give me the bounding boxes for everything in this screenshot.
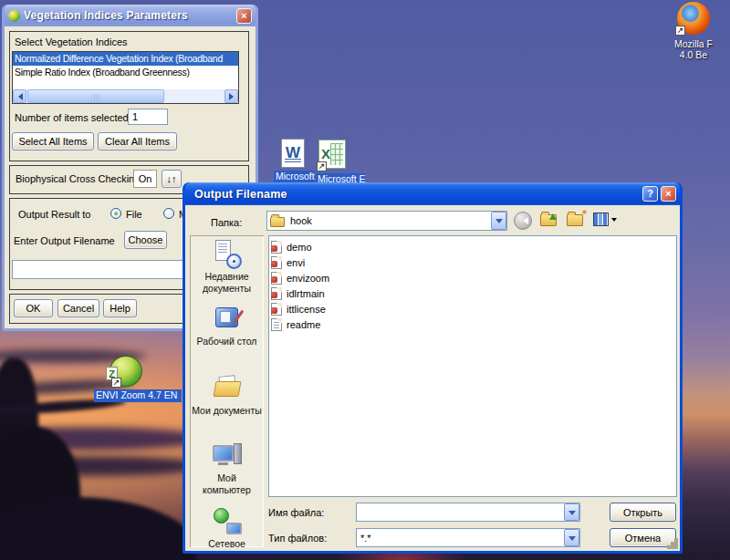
filename-dropdown-button[interactable] <box>564 503 579 521</box>
places-item-my-computer[interactable]: Мой компьютер <box>190 441 264 496</box>
my-computer-icon <box>212 441 243 471</box>
file-name[interactable]: envi <box>287 257 305 268</box>
folder-combobox[interactable]: hook <box>266 211 507 231</box>
choose-button[interactable]: Choose <box>124 231 167 249</box>
network-icon <box>212 507 243 536</box>
new-folder-icon <box>567 214 583 226</box>
application-file-icon <box>271 241 282 254</box>
help-icon[interactable]: ? <box>642 186 658 202</box>
views-menu-button[interactable] <box>593 213 617 227</box>
cancel-button[interactable]: Отмена <box>610 528 676 547</box>
places-item-network[interactable]: Сетевое <box>190 507 264 550</box>
application-file-icon <box>271 303 282 316</box>
filename-combobox[interactable] <box>356 503 580 522</box>
new-folder-button[interactable]: * <box>567 214 583 226</box>
file-name[interactable]: envizoom <box>287 273 329 284</box>
horizontal-scrollbar[interactable] <box>13 89 238 103</box>
desktop-icon-label: Mozilla F <box>659 38 728 49</box>
desktop-icon-excel[interactable]: X ↗ <box>318 140 346 169</box>
tree-silhouette <box>0 497 196 560</box>
shortcut-arrow-icon: ↗ <box>317 161 327 171</box>
places-item-label: Рабочий стол <box>190 336 264 347</box>
views-grid-icon <box>593 213 609 226</box>
places-item-my-documents[interactable]: Мои документы <box>190 374 264 417</box>
application-file-icon <box>271 287 282 300</box>
output-result-label: Output Result to <box>18 209 91 220</box>
clear-all-button[interactable]: Clear All Items <box>98 132 177 150</box>
application-file-icon <box>271 272 282 285</box>
scrollbar-thumb[interactable] <box>27 89 164 103</box>
places-item-label: Сетевое <box>190 538 264 550</box>
file-row[interactable]: demo <box>271 239 674 254</box>
file-row[interactable]: envi <box>271 254 674 270</box>
cancel-button[interactable]: Cancel <box>57 299 99 317</box>
list-item[interactable]: Normalized Difference Vegetation Index (… <box>13 52 238 66</box>
help-button[interactable]: Help <box>103 299 137 317</box>
biophysical-label: Biophysical Cross Checking <box>16 173 140 184</box>
close-icon[interactable]: × <box>236 8 252 24</box>
folder-dropdown-button[interactable] <box>491 212 506 230</box>
dialog-title: Vegetation Indices Parameters <box>24 9 236 22</box>
scroll-right-button[interactable] <box>224 89 238 103</box>
file-list[interactable]: demo envi envizoom idlrtmain ittlicense … <box>268 235 677 497</box>
back-button[interactable] <box>514 212 532 230</box>
vegetation-indices-listbox[interactable]: Normalized Difference Vegetation Index (… <box>12 51 239 104</box>
places-item-desktop[interactable]: Рабочий стол <box>190 305 264 347</box>
file-name[interactable]: ittlicense <box>287 304 326 315</box>
open-button[interactable]: Открыть <box>610 503 676 522</box>
dialog-title: Output Filename <box>194 188 642 201</box>
desktop-icon-envi-zoom-label: ENVI Zoom 4.7 EN <box>94 389 182 402</box>
file-row[interactable]: readme <box>271 316 674 332</box>
chevron-down-icon <box>611 218 617 224</box>
num-selected-field[interactable]: 1 <box>128 109 168 125</box>
list-item[interactable]: Simple Ratio Index (Broadband Greenness) <box>13 66 238 79</box>
file-name[interactable]: idlrtmain <box>287 288 325 299</box>
arrow-left-icon <box>15 93 23 100</box>
desktop-icon-label: 4.0 Be <box>659 49 728 60</box>
filetype-dropdown-button[interactable] <box>564 529 579 546</box>
chevron-down-icon <box>495 219 503 227</box>
file-name[interactable]: readme <box>287 319 320 330</box>
envi-app-icon <box>8 10 20 22</box>
file-row[interactable]: envizoom <box>271 270 674 285</box>
places-item-label: компьютер <box>190 484 264 496</box>
vegetation-dialog-titlebar[interactable]: Vegetation Indices Parameters × <box>5 5 256 26</box>
desktop-icon-firefox[interactable]: ↗ Mozilla F 4.0 Be <box>659 2 728 60</box>
text-file-icon <box>271 318 282 331</box>
arrow-left-icon <box>519 217 528 224</box>
desktop-icon-envi-zoom[interactable]: Z ↗ <box>110 356 142 387</box>
places-item-label: Мой <box>190 472 264 484</box>
output-dialog-titlebar[interactable]: Output Filename ? × <box>185 182 680 205</box>
shortcut-arrow-icon: ↗ <box>111 378 121 388</box>
places-item-label: Мои документы <box>190 405 264 417</box>
places-item-recent[interactable]: Недавние документы <box>190 240 264 295</box>
select-indices-label: Select Vegetation Indices <box>15 36 128 47</box>
radio-memory[interactable] <box>163 208 174 219</box>
filetype-combobox[interactable]: *.* <box>356 528 580 547</box>
file-name[interactable]: demo <box>287 242 312 253</box>
folder-label: Папка: <box>211 217 242 228</box>
file-row[interactable]: ittlicense <box>271 301 674 316</box>
desktop: { "colors": { "titlebar_active": "#0B4CD… <box>0 0 730 560</box>
desktop-icon-word[interactable]: W <box>281 139 305 168</box>
radio-file-label[interactable]: File <box>126 209 142 220</box>
application-file-icon <box>271 256 282 269</box>
sparkle-icon: * <box>582 207 587 221</box>
filetype-label: Тип файлов: <box>268 533 327 544</box>
word-icon: W <box>281 139 305 168</box>
places-item-label: Недавние <box>190 271 264 283</box>
recent-documents-icon <box>212 240 243 269</box>
my-documents-icon <box>212 374 243 403</box>
biophysical-value-field[interactable]: On <box>133 170 157 188</box>
radio-file[interactable] <box>110 208 121 219</box>
up-folder-button[interactable] <box>540 214 557 226</box>
resize-grip[interactable] <box>674 545 678 549</box>
scroll-left-button[interactable] <box>13 89 26 103</box>
biophysical-toggle-button[interactable]: ↓↑ <box>162 170 182 188</box>
select-all-button[interactable]: Select All Items <box>12 132 94 150</box>
output-filename-dialog: Output Filename ? × Папка: hook * <box>182 182 683 554</box>
ok-button[interactable]: OK <box>14 299 53 317</box>
enter-filename-label: Enter Output Filename <box>14 235 115 246</box>
close-icon[interactable]: × <box>661 186 676 202</box>
file-row[interactable]: idlrtmain <box>271 285 674 301</box>
